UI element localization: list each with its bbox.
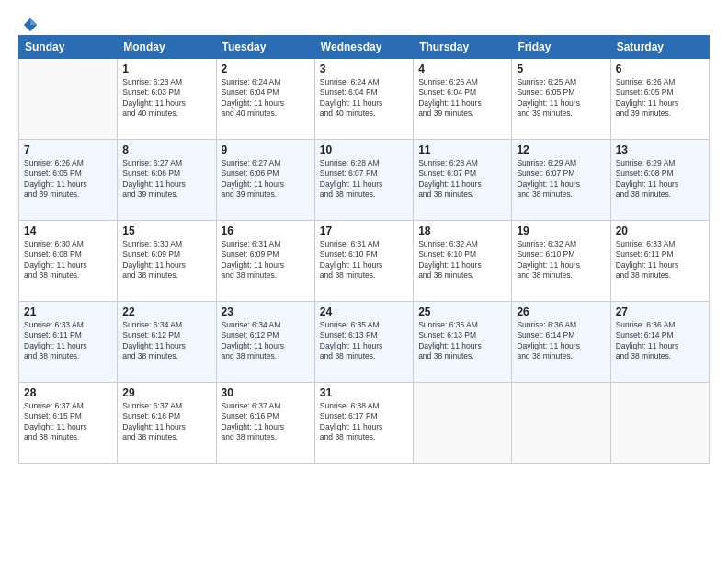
day-number: 24 [320, 305, 408, 318]
calendar-cell: 10Sunrise: 6:28 AM Sunset: 6:07 PM Dayli… [314, 140, 413, 221]
day-number: 14 [24, 224, 112, 237]
day-info: Sunrise: 6:28 AM Sunset: 6:07 PM Dayligh… [320, 158, 408, 201]
day-number: 29 [122, 386, 210, 399]
day-number: 20 [616, 224, 704, 237]
day-number: 5 [517, 63, 605, 75]
day-info: Sunrise: 6:29 AM Sunset: 6:08 PM Dayligh… [616, 158, 704, 201]
calendar-cell [414, 383, 512, 464]
calendar-cell: 24Sunrise: 6:35 AM Sunset: 6:13 PM Dayli… [314, 302, 413, 383]
day-info: Sunrise: 6:31 AM Sunset: 6:10 PM Dayligh… [320, 239, 408, 282]
day-info: Sunrise: 6:35 AM Sunset: 6:13 PM Dayligh… [418, 320, 506, 362]
day-number: 17 [320, 224, 408, 237]
day-info: Sunrise: 6:32 AM Sunset: 6:10 PM Dayligh… [418, 239, 506, 282]
day-number: 19 [517, 224, 605, 237]
day-info: Sunrise: 6:27 AM Sunset: 6:06 PM Dayligh… [222, 158, 310, 201]
day-number: 12 [517, 144, 605, 156]
day-info: Sunrise: 6:37 AM Sunset: 6:15 PM Dayligh… [24, 401, 112, 443]
calendar-week-row: 28Sunrise: 6:37 AM Sunset: 6:15 PM Dayli… [19, 383, 710, 464]
col-header-monday: Monday [118, 36, 216, 59]
calendar-cell [512, 383, 610, 464]
calendar-cell: 31Sunrise: 6:38 AM Sunset: 6:17 PM Dayli… [314, 383, 413, 464]
day-number: 11 [418, 144, 506, 156]
day-number: 23 [222, 305, 310, 318]
day-number: 27 [616, 305, 704, 318]
day-number: 3 [320, 63, 408, 75]
calendar-cell: 22Sunrise: 6:34 AM Sunset: 6:12 PM Dayli… [118, 302, 216, 383]
calendar-cell: 6Sunrise: 6:26 AM Sunset: 6:05 PM Daylig… [610, 59, 709, 140]
col-header-wednesday: Wednesday [314, 36, 413, 59]
day-number: 10 [320, 144, 408, 156]
calendar-cell: 17Sunrise: 6:31 AM Sunset: 6:10 PM Dayli… [314, 221, 413, 302]
day-number: 21 [24, 305, 112, 318]
calendar-cell: 27Sunrise: 6:36 AM Sunset: 6:14 PM Dayli… [610, 302, 709, 383]
day-info: Sunrise: 6:34 AM Sunset: 6:12 PM Dayligh… [122, 320, 210, 362]
day-number: 4 [418, 63, 506, 75]
day-number: 28 [24, 386, 112, 399]
day-info: Sunrise: 6:32 AM Sunset: 6:10 PM Dayligh… [517, 239, 605, 282]
day-info: Sunrise: 6:25 AM Sunset: 6:05 PM Dayligh… [517, 77, 605, 120]
header [18, 17, 710, 28]
calendar-cell: 2Sunrise: 6:24 AM Sunset: 6:04 PM Daylig… [216, 59, 314, 140]
calendar-cell: 16Sunrise: 6:31 AM Sunset: 6:09 PM Dayli… [216, 221, 314, 302]
day-info: Sunrise: 6:25 AM Sunset: 6:04 PM Dayligh… [418, 77, 506, 120]
day-info: Sunrise: 6:24 AM Sunset: 6:04 PM Dayligh… [320, 77, 408, 120]
day-info: Sunrise: 6:23 AM Sunset: 6:03 PM Dayligh… [122, 77, 210, 120]
day-info: Sunrise: 6:36 AM Sunset: 6:14 PM Dayligh… [517, 320, 605, 362]
col-header-tuesday: Tuesday [216, 36, 314, 59]
day-number: 31 [320, 386, 408, 399]
calendar-cell: 23Sunrise: 6:34 AM Sunset: 6:12 PM Dayli… [216, 302, 314, 383]
day-info: Sunrise: 6:33 AM Sunset: 6:11 PM Dayligh… [616, 239, 704, 282]
day-info: Sunrise: 6:29 AM Sunset: 6:07 PM Dayligh… [517, 158, 605, 201]
day-info: Sunrise: 6:31 AM Sunset: 6:09 PM Dayligh… [222, 239, 310, 282]
calendar-cell: 25Sunrise: 6:35 AM Sunset: 6:13 PM Dayli… [414, 302, 512, 383]
day-number: 15 [122, 224, 210, 237]
calendar-cell: 15Sunrise: 6:30 AM Sunset: 6:09 PM Dayli… [118, 221, 216, 302]
calendar-header-row: SundayMondayTuesdayWednesdayThursdayFrid… [19, 36, 710, 59]
logo [18, 17, 40, 28]
calendar-cell: 13Sunrise: 6:29 AM Sunset: 6:08 PM Dayli… [610, 140, 709, 221]
logo-flag-icon [22, 17, 39, 33]
day-info: Sunrise: 6:37 AM Sunset: 6:16 PM Dayligh… [122, 401, 210, 443]
calendar-cell: 11Sunrise: 6:28 AM Sunset: 6:07 PM Dayli… [414, 140, 512, 221]
day-info: Sunrise: 6:26 AM Sunset: 6:05 PM Dayligh… [616, 77, 704, 120]
calendar-week-row: 1Sunrise: 6:23 AM Sunset: 6:03 PM Daylig… [19, 59, 710, 140]
calendar-cell: 7Sunrise: 6:26 AM Sunset: 6:05 PM Daylig… [19, 140, 118, 221]
day-number: 16 [222, 224, 310, 237]
day-number: 25 [418, 305, 506, 318]
day-number: 6 [616, 63, 704, 75]
day-info: Sunrise: 6:30 AM Sunset: 6:09 PM Dayligh… [122, 239, 210, 282]
page: SundayMondayTuesdayWednesdayThursdayFrid… [0, 0, 728, 563]
calendar-cell: 9Sunrise: 6:27 AM Sunset: 6:06 PM Daylig… [216, 140, 314, 221]
day-number: 1 [122, 63, 210, 75]
day-info: Sunrise: 6:34 AM Sunset: 6:12 PM Dayligh… [222, 320, 310, 362]
day-info: Sunrise: 6:33 AM Sunset: 6:11 PM Dayligh… [24, 320, 112, 362]
calendar-cell: 28Sunrise: 6:37 AM Sunset: 6:15 PM Dayli… [19, 383, 118, 464]
calendar-week-row: 21Sunrise: 6:33 AM Sunset: 6:11 PM Dayli… [19, 302, 710, 383]
day-info: Sunrise: 6:35 AM Sunset: 6:13 PM Dayligh… [320, 320, 408, 362]
day-number: 13 [616, 144, 704, 156]
calendar-table: SundayMondayTuesdayWednesdayThursdayFrid… [18, 35, 710, 464]
calendar-cell: 4Sunrise: 6:25 AM Sunset: 6:04 PM Daylig… [414, 59, 512, 140]
calendar-cell: 8Sunrise: 6:27 AM Sunset: 6:06 PM Daylig… [118, 140, 216, 221]
day-info: Sunrise: 6:36 AM Sunset: 6:14 PM Dayligh… [616, 320, 704, 362]
calendar-cell: 3Sunrise: 6:24 AM Sunset: 6:04 PM Daylig… [314, 59, 413, 140]
calendar-cell: 21Sunrise: 6:33 AM Sunset: 6:11 PM Dayli… [19, 302, 118, 383]
calendar-cell: 29Sunrise: 6:37 AM Sunset: 6:16 PM Dayli… [118, 383, 216, 464]
calendar-cell: 1Sunrise: 6:23 AM Sunset: 6:03 PM Daylig… [118, 59, 216, 140]
day-info: Sunrise: 6:38 AM Sunset: 6:17 PM Dayligh… [320, 401, 408, 443]
calendar-week-row: 14Sunrise: 6:30 AM Sunset: 6:08 PM Dayli… [19, 221, 710, 302]
calendar-cell [19, 59, 118, 140]
day-number: 2 [222, 63, 310, 75]
col-header-thursday: Thursday [414, 36, 512, 59]
day-info: Sunrise: 6:26 AM Sunset: 6:05 PM Dayligh… [24, 158, 112, 201]
day-number: 18 [418, 224, 506, 237]
col-header-saturday: Saturday [610, 36, 709, 59]
calendar-cell: 26Sunrise: 6:36 AM Sunset: 6:14 PM Dayli… [512, 302, 610, 383]
svg-marker-1 [30, 18, 37, 25]
day-info: Sunrise: 6:28 AM Sunset: 6:07 PM Dayligh… [418, 158, 506, 201]
day-info: Sunrise: 6:37 AM Sunset: 6:16 PM Dayligh… [222, 401, 310, 443]
calendar-cell: 14Sunrise: 6:30 AM Sunset: 6:08 PM Dayli… [19, 221, 118, 302]
calendar-cell [610, 383, 709, 464]
calendar-cell: 19Sunrise: 6:32 AM Sunset: 6:10 PM Dayli… [512, 221, 610, 302]
calendar-cell: 12Sunrise: 6:29 AM Sunset: 6:07 PM Dayli… [512, 140, 610, 221]
